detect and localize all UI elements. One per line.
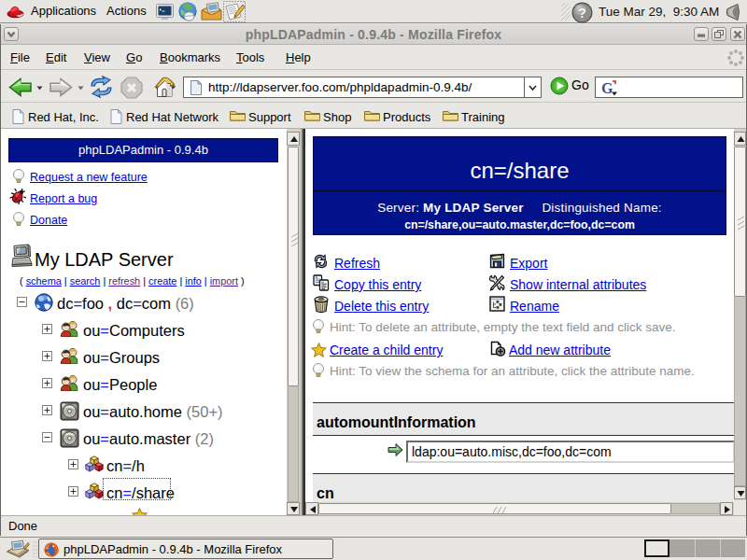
svg-text:?: ? <box>578 6 586 21</box>
svg-text:G: G <box>601 80 613 96</box>
